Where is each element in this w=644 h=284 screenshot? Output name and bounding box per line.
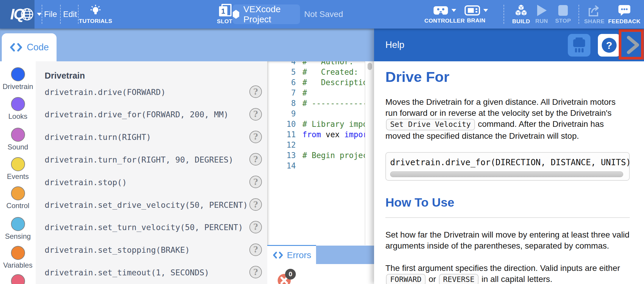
command-row[interactable]: drivetrain.drive_for(FORWARD, 200, MM)? <box>36 108 267 121</box>
stop-button[interactable]: STOP <box>554 0 573 29</box>
command-text[interactable]: drivetrain.drive(FORWARD) <box>45 88 165 97</box>
line-number: 8 <box>267 99 302 108</box>
help-header: Help ? <box>374 29 644 61</box>
line-number: 10 <box>267 120 302 129</box>
editor-line: 11from vex import <box>267 129 374 140</box>
category-dot-icon <box>11 274 25 284</box>
command-row[interactable]: drivetrain.turn(RIGHT)? <box>36 130 267 144</box>
share-button[interactable]: SHARE <box>583 0 605 29</box>
category-partial[interactable] <box>0 274 36 284</box>
command-help-button[interactable]: ? <box>249 266 262 278</box>
brain-button[interactable]: BRAIN <box>462 0 490 29</box>
horizontal-scrollbar[interactable] <box>390 171 623 177</box>
line-number: 7 <box>267 88 302 97</box>
command-text[interactable]: drivetrain.turn_for(RIGHT, 90, DEGREES) <box>45 155 233 164</box>
file-menu[interactable]: File <box>44 0 57 29</box>
editor-line: 4# Author: <box>267 61 374 67</box>
command-text[interactable]: drivetrain.set_timeout(1, SECONDS) <box>45 268 209 277</box>
command-text[interactable]: drivetrain.set_stopping(BRAKE) <box>45 245 190 255</box>
command-row[interactable]: drivetrain.turn_for(RIGHT, 90, DEGREES)? <box>36 153 267 166</box>
command-list: Drivetrain drivetrain.drive(FORWARD)?dri… <box>36 61 267 284</box>
help-panel: Help ? <box>374 29 644 284</box>
toolbar-separator <box>504 5 504 24</box>
category-label: Drivetrain <box>3 82 33 91</box>
brain-device-icon <box>568 34 590 57</box>
code-editor[interactable]: 4# Author:5# Created:6# Description:7#8#… <box>267 61 374 245</box>
stop-square-icon <box>557 4 569 16</box>
command-text[interactable]: drivetrain.turn(RIGHT) <box>45 132 151 142</box>
code-token: # --------------------------------------… <box>302 99 374 108</box>
command-row[interactable]: drivetrain.stop()? <box>36 175 267 189</box>
category-drivetrain[interactable]: Drivetrain <box>0 67 36 91</box>
divider <box>385 217 630 218</box>
code-token: vex <box>321 130 344 139</box>
top-toolbar: IQ File Edit <box>0 0 644 29</box>
category-rail: DrivetrainLooksSoundEventsControlSensing… <box>0 61 36 284</box>
command-help-button[interactable]: ? <box>249 176 262 188</box>
editor-line: 14 <box>267 160 374 171</box>
editor-scrollbar-thumb[interactable] <box>368 63 372 70</box>
command-row[interactable]: drivetrain.set_timeout(1, SECONDS)? <box>36 266 267 279</box>
tab-code[interactable]: Code <box>2 33 57 61</box>
command-text[interactable]: drivetrain.set_turn_velocity(50, PERCENT… <box>45 223 243 232</box>
editor-lines: 4# Author:5# Created:6# Description:7#8#… <box>267 61 374 171</box>
category-looks[interactable]: Looks <box>0 97 36 121</box>
run-button[interactable]: RUN <box>533 0 550 29</box>
help-question-button[interactable]: ? <box>598 34 620 57</box>
project-name-button[interactable]: VEXcode Project <box>233 4 300 24</box>
category-label: Events <box>7 172 29 181</box>
code-token: # Author: <box>302 61 354 66</box>
line-number: 12 <box>267 141 302 149</box>
command-text[interactable]: drivetrain.drive_for(FORWARD, 200, MM) <box>45 110 229 119</box>
toolbar-separator <box>78 5 79 24</box>
command-help-button[interactable]: ? <box>249 85 262 98</box>
command-row[interactable]: drivetrain.set_drive_velocity(50, PERCEN… <box>36 198 267 212</box>
language-menu[interactable] <box>20 0 42 29</box>
tab-errors[interactable]: Errors <box>267 245 316 264</box>
category-events[interactable]: Events <box>0 157 36 181</box>
editor-scrollbar-track[interactable] <box>365 61 374 245</box>
command-help-button[interactable]: ? <box>249 198 262 211</box>
category-label: Sensing <box>5 232 31 241</box>
editor-line: 5# Created: <box>267 67 374 77</box>
edit-menu[interactable]: Edit <box>63 0 77 29</box>
command-help-button[interactable]: ? <box>249 244 262 256</box>
chevron-down-icon <box>451 9 456 12</box>
category-dot-icon <box>11 217 25 231</box>
tutorials-button[interactable]: TUTORIALS <box>80 0 111 29</box>
command-help-button[interactable]: ? <box>249 131 262 143</box>
help-paragraph: Moves the Drivetrain for a given distanc… <box>385 96 630 141</box>
chevron-down-icon <box>483 9 488 12</box>
command-help-button[interactable]: ? <box>249 108 262 121</box>
category-variables[interactable]: Variables <box>0 246 36 269</box>
error-count-badge: 0 <box>285 269 296 280</box>
line-number: 9 <box>267 109 302 118</box>
category-sound[interactable]: Sound <box>0 128 36 151</box>
command-help-button[interactable]: ? <box>249 153 262 166</box>
editor-line: 12 <box>267 140 374 150</box>
brain-help-button[interactable] <box>568 34 590 57</box>
category-dot-icon <box>11 246 25 260</box>
build-button[interactable]: BUILD <box>509 0 533 29</box>
category-control[interactable]: Control <box>0 186 36 210</box>
code-token: # Begin project <box>302 151 372 160</box>
command-text[interactable]: drivetrain.set_drive_velocity(50, PERCEN… <box>45 200 248 210</box>
controller-button[interactable]: CONTROLLER <box>431 0 458 29</box>
command-section-header: Drivetrain <box>45 71 85 81</box>
command-row[interactable]: drivetrain.set_stopping(BRAKE)? <box>36 243 267 257</box>
command-row[interactable]: drivetrain.set_turn_velocity(50, PERCENT… <box>36 221 267 234</box>
paragraph-text: The first argument specifies the directi… <box>385 263 620 273</box>
command-row[interactable]: drivetrain.drive(FORWARD)? <box>36 85 267 99</box>
command-text[interactable]: drivetrain.stop() <box>45 178 127 187</box>
chevron-down-icon <box>37 13 42 16</box>
command-help-button[interactable]: ? <box>249 221 262 233</box>
category-sensing[interactable]: Sensing <box>0 217 36 241</box>
feedback-button[interactable]: FEEDBACK <box>608 0 641 29</box>
brain-icon <box>464 5 480 16</box>
build-cubes-icon <box>514 4 529 17</box>
category-dot-icon <box>11 128 25 142</box>
inline-code-chip: REVERSE <box>439 274 479 284</box>
category-label: Looks <box>8 112 27 121</box>
category-dot-icon <box>11 67 25 81</box>
line-number: 14 <box>267 161 302 170</box>
